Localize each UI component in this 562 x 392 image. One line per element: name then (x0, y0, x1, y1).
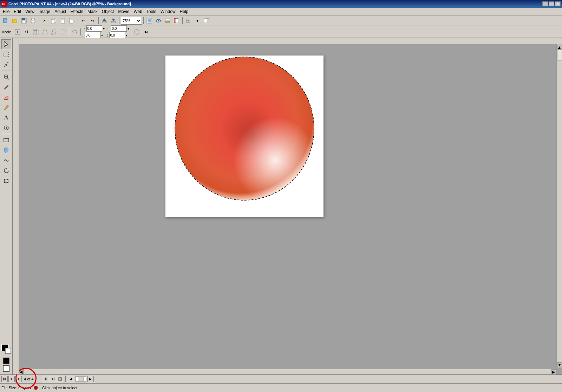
layers-nav-btn[interactable]: ◀ (68, 376, 74, 382)
tool-sep1 (2, 71, 11, 71)
last-visit-btn[interactable] (15, 376, 22, 382)
save-button[interactable] (20, 17, 28, 25)
svg-line-46 (7, 78, 9, 79)
minimize-button[interactable]: _ (542, 1, 548, 6)
redo-button[interactable]: ↪ (89, 17, 97, 25)
maximize-button[interactable]: □ (549, 1, 554, 6)
menu-tools[interactable]: Tools (144, 8, 158, 15)
menu-window[interactable]: Window (158, 8, 178, 15)
white-swatch[interactable] (3, 365, 9, 372)
copy-button[interactable] (50, 17, 58, 25)
canvas-area: Reno Resky Reksiono ▲ ▼ ◀ ▶ (13, 38, 562, 374)
fill-tool[interactable] (1, 145, 11, 155)
layer-thumb (76, 376, 86, 382)
scroll-down-btn[interactable]: ▼ (557, 362, 562, 367)
svg-rect-11 (51, 19, 55, 24)
scroll-left-btn[interactable]: ◀ (19, 369, 24, 374)
add-page-btn[interactable] (57, 376, 63, 382)
separator6 (182, 17, 183, 24)
prev-page-btn[interactable] (8, 376, 15, 382)
revert-btn[interactable]: ⏮ (142, 28, 150, 36)
eyeball-button[interactable] (154, 17, 163, 25)
perspective-btn[interactable] (41, 28, 49, 36)
snap-button[interactable] (184, 17, 192, 25)
smear-tool[interactable] (1, 156, 11, 165)
objects-docker-button[interactable] (172, 17, 181, 25)
separator2 (78, 17, 78, 24)
scroll-right-btn[interactable]: ▶ (551, 369, 556, 374)
freehand-transform-btn[interactable] (50, 28, 58, 36)
menu-object[interactable]: Object (100, 8, 116, 15)
paste-special-button[interactable]: + (68, 17, 76, 25)
separator4 (119, 17, 119, 24)
new-button[interactable] (1, 17, 10, 25)
dropdown-button[interactable]: ▾ (193, 17, 202, 25)
menu-edit[interactable]: Edit (12, 8, 23, 15)
x-unit: ▾ (103, 27, 105, 31)
rectangle-tool[interactable] (1, 135, 11, 145)
menu-image[interactable]: Image (37, 8, 52, 15)
scroll-thumb[interactable] (557, 50, 562, 60)
background-color[interactable] (5, 348, 11, 354)
cut-button[interactable]: ✂ (40, 17, 49, 25)
menu-effects[interactable]: Effects (68, 8, 85, 15)
scrollbar-vertical[interactable]: ▲ ▼ (556, 44, 562, 367)
lasso-btn[interactable] (71, 28, 79, 36)
zoom-tool[interactable] (1, 72, 11, 82)
undo-brush-tool[interactable] (1, 166, 11, 176)
object-transform-tool[interactable] (1, 176, 11, 186)
zoom-select[interactable]: 75% 50% 100% 150% 200% (121, 17, 142, 25)
svg-rect-9 (32, 21, 34, 22)
y-position-input[interactable] (85, 32, 100, 38)
docker-button[interactable] (202, 17, 211, 25)
open-button[interactable] (11, 17, 19, 25)
svg-rect-3 (12, 19, 14, 20)
eraser-tool[interactable] (1, 92, 11, 102)
rectangle-select-tool[interactable] (1, 50, 11, 59)
export-button[interactable] (109, 17, 118, 25)
foreground-color[interactable] (1, 344, 8, 351)
print-button[interactable] (29, 17, 37, 25)
freehand-tool[interactable] (1, 60, 11, 70)
menu-adjust[interactable]: Adjust (52, 8, 68, 15)
menu-web[interactable]: Web (131, 8, 144, 15)
view-toggle-button[interactable] (145, 17, 153, 25)
paintbrush-tool[interactable] (1, 103, 11, 112)
eyedropper-tool[interactable] (1, 82, 11, 92)
paste-button[interactable] (59, 17, 67, 25)
separator5 (143, 17, 144, 24)
import-button[interactable] (100, 17, 109, 25)
next-page-btn[interactable] (43, 376, 49, 382)
apply-btn[interactable] (132, 28, 141, 36)
transform-btn[interactable] (13, 28, 22, 36)
menu-mask[interactable]: Mask (85, 8, 100, 15)
scale-btn[interactable] (32, 28, 40, 36)
clone-tool[interactable]: ✦ (1, 123, 11, 133)
menu-movie[interactable]: Movie (116, 8, 131, 15)
fg-bg-swatches[interactable] (1, 344, 11, 354)
scroll-up-btn[interactable]: ▲ (557, 45, 562, 50)
distort-btn[interactable] (59, 28, 67, 36)
x-position-input[interactable] (86, 25, 102, 32)
color-swatches (1, 344, 11, 373)
w-input[interactable] (111, 25, 127, 32)
menu-view[interactable]: View (23, 8, 37, 15)
h-input[interactable] (109, 32, 125, 38)
text-tool[interactable]: A (1, 113, 11, 123)
first-page-btn[interactable] (1, 376, 8, 382)
layers-nav-right-btn[interactable]: ▶ (87, 376, 94, 382)
rotate-btn[interactable]: ↺ (22, 28, 31, 36)
svg-marker-39 (52, 30, 56, 34)
pointer-tool[interactable] (1, 39, 11, 49)
menu-file[interactable]: File (1, 8, 12, 15)
layers-button[interactable] (163, 17, 172, 25)
black-swatch[interactable] (3, 358, 9, 364)
menu-help[interactable]: Help (178, 8, 191, 15)
undo-button[interactable]: ↩ (79, 17, 88, 25)
scrollbar-horizontal[interactable]: ◀ ▶ (19, 369, 556, 374)
svg-rect-5 (22, 18, 25, 20)
last-page-btn[interactable] (50, 376, 56, 382)
svg-rect-8 (32, 18, 34, 20)
svg-rect-13 (62, 18, 64, 19)
close-button[interactable]: ✕ (555, 1, 561, 6)
